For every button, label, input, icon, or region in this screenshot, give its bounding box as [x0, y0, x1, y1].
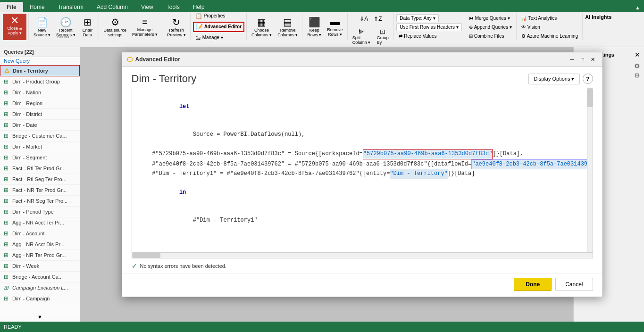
query-item-name: Dim - Account: [12, 231, 44, 236]
advanced-editor-icon: 📝: [196, 24, 203, 30]
query-item-name: Fact - NR Seg Ter Pro...: [12, 198, 67, 204]
manage-label: Manage ▾: [202, 35, 223, 40]
vertical-scrollbar[interactable]: [587, 88, 593, 252]
query-item[interactable]: ⊞Bridge - Account Ca...: [0, 272, 80, 282]
query-item-icon: ⊞: [4, 89, 10, 96]
close-apply-label: Close &Apply ▾: [7, 26, 22, 35]
horizontal-scrollbar[interactable]: [132, 253, 593, 258]
entity-link[interactable]: "Dim - Territory": [390, 169, 447, 179]
group-by-btn[interactable]: ⊡ GroupBy: [374, 26, 392, 46]
group-label: GroupBy: [377, 35, 389, 45]
append-queries-btn[interactable]: ⊕Append Queries ▾: [467, 23, 514, 31]
help-btn[interactable]: ?: [583, 74, 593, 84]
query-item[interactable]: ⊞Dim - Nation: [0, 87, 80, 98]
query-item-icon: ⊞: [4, 284, 10, 291]
cancel-button[interactable]: Cancel: [555, 278, 593, 291]
modal-overlay: Query Settings ✕ ⚙ ⚙ ⬡ Advanced Editor: [80, 47, 644, 322]
display-options-btn[interactable]: Display Options ▾: [528, 74, 579, 84]
query-item[interactable]: ⊞Bridge - Customer Ca...: [0, 131, 80, 141]
query-item[interactable]: ⊞Agg - NR Acct Ter Pr...: [0, 217, 80, 228]
modal-title-text: Advanced Editor: [135, 56, 180, 63]
query-item-icon: ⊞: [4, 230, 10, 237]
query-settings-close[interactable]: ✕: [635, 51, 640, 58]
tab-file[interactable]: File: [0, 2, 23, 12]
new-query-link[interactable]: New Query: [0, 57, 80, 65]
vision-label: Vision: [527, 25, 540, 30]
remove-rows-btn[interactable]: ▬ RemoveRows ▾: [325, 15, 345, 38]
code-line-4: #"ae9e40f8-2cb3-42cb-8f5a-7ae031439762" …: [139, 159, 586, 170]
modal-minimize-btn[interactable]: ─: [568, 55, 577, 64]
query-item[interactable]: ⊞Agg - NR Acct Dis Pr...: [0, 239, 80, 250]
query-item[interactable]: ⊞Dim - Week: [0, 261, 80, 272]
tab-tools[interactable]: Tools: [160, 2, 186, 12]
query-item-icon: ⊞: [4, 111, 10, 117]
azure-ml-btn[interactable]: ⚙Azure Machine Learning: [519, 32, 580, 40]
dataflow-id-link[interactable]: "ae9e40f8-2cb3-42cb-8f5a-7ae031439762": [471, 159, 593, 170]
query-item[interactable]: ⊞Fact - Rtl Ter Prod Gr...: [0, 163, 80, 174]
manage-btn[interactable]: 🗂 Manage ▾: [193, 33, 244, 42]
query-item-name: Agg - NR Ter Prod Gr...: [12, 252, 66, 258]
query-item[interactable]: ⊞Agg - NR Ter Prod Gr...: [0, 250, 80, 261]
refresh-preview-btn[interactable]: ↻ RefreshPreview ▾: [165, 15, 188, 39]
enter-data-label: EnterData: [83, 28, 93, 37]
sort-group: ⇓A ⇑Z ⫸ SplitColumn ▾ ⊡ GroupBy: [348, 13, 394, 40]
query-item-icon: ⊞: [4, 252, 10, 258]
workspace-id-link[interactable]: "5729b075-aa90-469b-aaa6-1353d0d7f83c": [363, 149, 493, 159]
query-item-name: Fact - NR Ter Prod Gr...: [12, 187, 67, 193]
replace-icon: ⇄: [399, 33, 402, 39]
query-item[interactable]: ⊞Dim - Account: [0, 228, 80, 239]
query-item[interactable]: ⊞Dim - Date: [0, 120, 80, 131]
tab-add-column[interactable]: Add Column: [90, 2, 134, 12]
query-item[interactable]: ⊞Dim - District: [0, 109, 80, 120]
source-group: 📄 NewSource ▾ 🕑 RecentSources ▾ ⊞ EnterD…: [29, 13, 99, 40]
scroll-arrow-down[interactable]: ▼: [0, 312, 80, 322]
text-analytics-btn[interactable]: 📊Text Analytics: [519, 14, 560, 22]
data-type-btn[interactable]: Data Type: Any ▾: [396, 14, 438, 22]
query-item[interactable]: ⊞Dim - Region: [0, 98, 80, 109]
remove-columns-btn[interactable]: ▤ RemoveColumns ▾: [275, 15, 300, 39]
tab-transform[interactable]: Transform: [51, 2, 90, 12]
query-item[interactable]: ⊞Dim - Period Type: [0, 207, 80, 217]
combine-files-btn[interactable]: ⊞Combine Files: [467, 32, 507, 40]
tab-help[interactable]: Help: [186, 2, 211, 12]
vision-btn[interactable]: 👁Vision: [519, 23, 543, 31]
tab-home[interactable]: Home: [23, 2, 51, 12]
choose-columns-btn[interactable]: ▦ ChooseColumns ▾: [249, 15, 274, 39]
properties-btn[interactable]: 📋 Properties: [193, 11, 244, 21]
replace-values-btn[interactable]: ⇄ Replace Values: [396, 32, 439, 40]
query-item-icon: ⊞: [4, 100, 10, 107]
ribbon-tabs-bar: File Home Transform Add Column View Tool…: [0, 0, 644, 12]
query-item[interactable]: ⚠Dim - Territory: [0, 65, 80, 76]
first-row-btn[interactable]: Use First Row as Headers ▾: [396, 23, 461, 31]
modal-close-btn[interactable]: ✕: [588, 55, 598, 64]
query-item[interactable]: ⊞Dim - Segment: [0, 152, 80, 163]
query-item[interactable]: ⊞Dim - Product Group: [0, 76, 80, 87]
query-item[interactable]: ⊞Fact - NR Ter Prod Gr...: [0, 185, 80, 196]
query-item[interactable]: ⊞Dim - Market: [0, 141, 80, 152]
tab-view[interactable]: View: [134, 2, 160, 12]
data-source-settings-btn[interactable]: ⚙ Data sourcesettings: [101, 15, 129, 39]
manage-params-btn[interactable]: ≡ ManageParameters ▾: [130, 15, 160, 38]
modal-restore-btn[interactable]: □: [578, 55, 587, 64]
advanced-editor-btn[interactable]: 📝 Advanced Editor: [193, 22, 244, 32]
remove-columns-icon: ▤: [283, 17, 292, 28]
code-editor[interactable]: let Source = PowerBI.Dataflows(null), #"…: [132, 88, 593, 253]
modal-query-title: Dim - Territory: [132, 73, 197, 85]
query-item[interactable]: ⊞Campaign Exclusion L...: [0, 282, 80, 293]
new-source-btn[interactable]: 📄 NewSource ▾: [31, 15, 53, 39]
query-item-icon: ⊞: [4, 208, 10, 215]
ai-insights-group-label: AI Insights: [583, 13, 613, 40]
sort-za-btn[interactable]: ⇑Z: [371, 14, 384, 24]
merge-queries-btn[interactable]: ⧓Merge Queries ▾: [467, 14, 512, 22]
enter-data-btn[interactable]: ⊞ EnterData: [79, 15, 97, 39]
keep-rows-icon: ⬛: [309, 17, 320, 28]
query-item[interactable]: ⊞Fact - Rtl Seg Ter Pro...: [0, 174, 80, 185]
done-button[interactable]: Done: [514, 278, 552, 291]
query-item-name: Fact - Rtl Seg Ter Pro...: [12, 176, 67, 182]
query-item[interactable]: ⊞Dim - Campaign: [0, 293, 80, 304]
query-item[interactable]: ⊞Fact - NR Seg Ter Pro...: [0, 196, 80, 207]
sort-az-btn[interactable]: ⇓A: [357, 14, 370, 24]
keep-rows-btn[interactable]: ⬛ KeepRows ▾: [305, 15, 324, 39]
group-icon: ⊡: [380, 28, 385, 35]
split-column-btn[interactable]: ⫸ SplitColumn ▾: [350, 26, 373, 46]
